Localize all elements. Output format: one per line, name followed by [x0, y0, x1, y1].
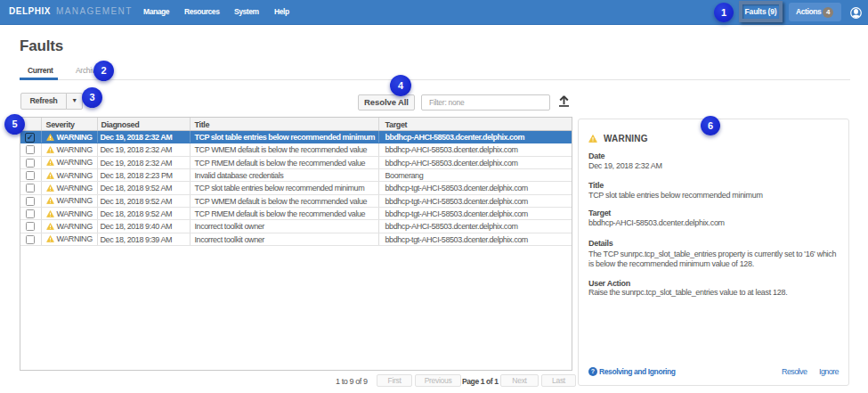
- svg-text:?: ?: [591, 368, 595, 375]
